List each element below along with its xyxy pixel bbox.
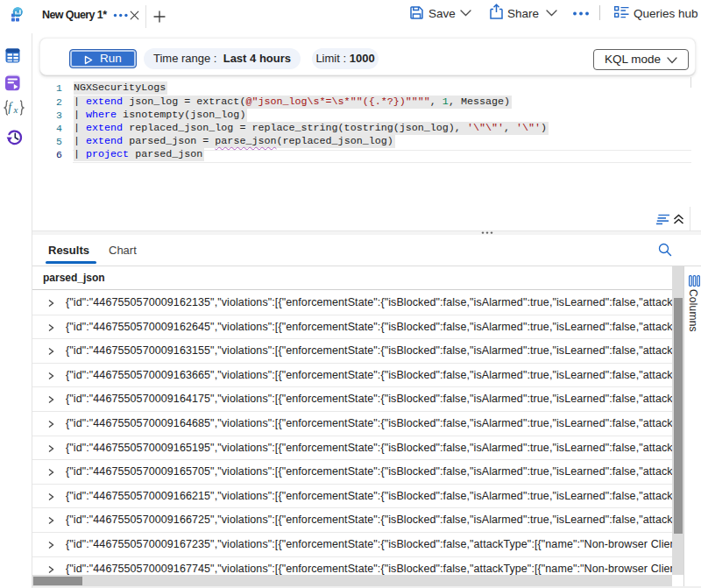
svg-text:f: f	[8, 101, 13, 114]
svg-text:x: x	[13, 104, 18, 115]
